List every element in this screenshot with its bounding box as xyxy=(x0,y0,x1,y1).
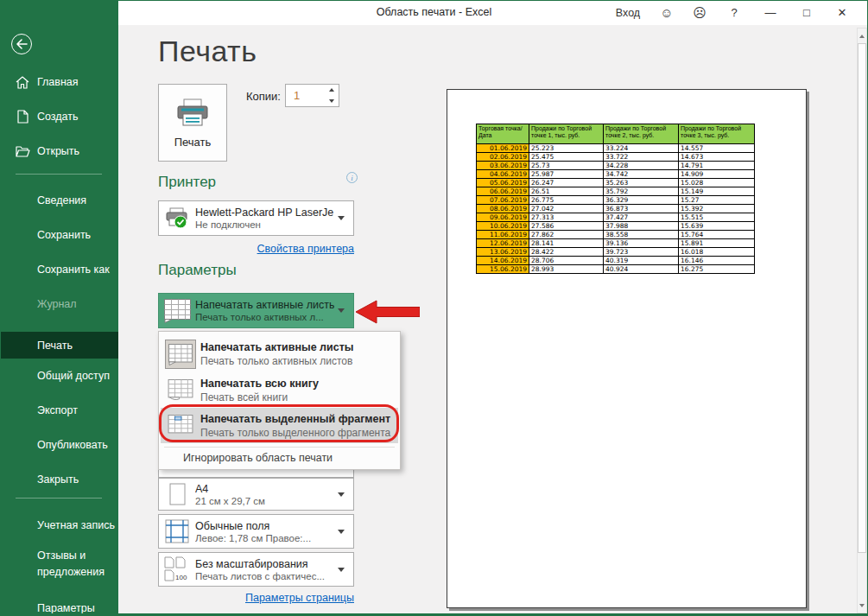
preview-value-cell: 27.042 xyxy=(529,205,604,213)
preview-value-cell: 35.263 xyxy=(604,179,679,187)
sidebar-item-options[interactable]: Параметры xyxy=(0,599,118,616)
maximize-icon[interactable]: □ xyxy=(789,0,825,25)
preview-date-cell: 10.06.2019 xyxy=(477,222,529,231)
printer-icon xyxy=(174,98,211,129)
preview-date-cell: 08.06.2019 xyxy=(477,205,529,213)
sign-in-button[interactable]: Вход xyxy=(605,0,650,25)
preview-header-row: Торговая точка/ Дата Продажи по Торговой… xyxy=(477,124,755,144)
preview-table-row: 05.06.2019 26.247 35.263 15.028 xyxy=(477,179,755,187)
sidebar-item-export[interactable]: Экспорт xyxy=(0,401,118,420)
preview-value-cell: 28.993 xyxy=(529,265,604,274)
scaling-dropdown[interactable]: 100 Без масштабирования Печать листов с … xyxy=(158,552,354,587)
feedback-smile-icon[interactable]: ☺ xyxy=(650,0,683,25)
preview-table-row: 08.06.2019 27.042 36.873 15.392 xyxy=(477,205,755,213)
preview-date-cell: 15.06.2019 xyxy=(477,265,529,274)
preview-table-row: 04.06.2019 25.987 34.742 14.909 xyxy=(477,170,755,179)
preview-value-cell: 15.891 xyxy=(679,239,755,248)
preview-value-cell: 39.723 xyxy=(604,248,679,257)
preview-table-row: 11.06.2019 27.862 38.558 15.764 xyxy=(477,231,755,239)
up-arrow-icon xyxy=(329,88,334,92)
sidebar-item-feedback[interactable]: Отзывы и предложения xyxy=(0,545,118,583)
backstage-sidebar: Главная Создать Открыть Сведения Сохрани… xyxy=(0,0,118,616)
preview-value-cell: 15.392 xyxy=(679,205,755,213)
sidebar-item-history[interactable]: Журнал xyxy=(0,295,118,314)
copies-increment-button[interactable] xyxy=(325,85,339,96)
titlebar: Область печати - Excel Вход ☺ ☹ ? — □ ✕ xyxy=(0,0,868,25)
scroll-down-button[interactable] xyxy=(858,599,866,612)
preview-header-cell: Продажи по Торговой точке 1, тыс. руб. xyxy=(529,124,604,144)
sidebar-item-home[interactable]: Главная xyxy=(0,73,118,92)
preview-date-cell: 06.06.2019 xyxy=(477,187,529,196)
preview-value-cell: 39.136 xyxy=(604,239,679,248)
chevron-down-icon xyxy=(338,492,345,497)
print-what-dropdown[interactable]: Напечатать активные листы Печать только … xyxy=(158,293,354,328)
preview-value-cell: 25.223 xyxy=(529,144,604,153)
preview-date-cell: 03.06.2019 xyxy=(477,162,529,170)
preview-date-cell: 02.06.2019 xyxy=(477,153,529,162)
preview-value-cell: 26.247 xyxy=(529,179,604,187)
copies-input[interactable] xyxy=(286,85,325,106)
preview-value-cell: 28.706 xyxy=(529,257,604,265)
active-sheets-icon xyxy=(159,299,195,323)
margins-dropdown[interactable]: Обычные поля Левое: 1,78 см Правое:... xyxy=(158,514,354,549)
sidebar-item-open[interactable]: Открыть xyxy=(0,142,118,161)
sidebar-item-print[interactable]: Печать xyxy=(0,332,118,359)
preview-value-cell: 14.557 xyxy=(679,144,755,153)
back-button[interactable] xyxy=(11,34,32,54)
preview-value-cell: 36.873 xyxy=(604,205,679,213)
preview-header-cell: Торговая точка/ Дата xyxy=(477,124,529,144)
preview-table-row: 01.06.2019 25.223 33.224 14.557 xyxy=(477,144,755,153)
menu-item-print-selection[interactable]: Напечатать выделенный фрагмент Печать то… xyxy=(161,408,398,443)
chevron-down-icon xyxy=(338,568,345,572)
preview-value-cell: 34.228 xyxy=(604,162,679,170)
preview-value-cell: 40.924 xyxy=(604,265,679,274)
preview-value-cell: 16.146 xyxy=(679,257,755,265)
scroll-up-button[interactable] xyxy=(858,29,866,42)
preview-value-cell: 26.775 xyxy=(529,196,604,205)
minimize-icon[interactable]: — xyxy=(752,0,789,25)
feedback-frown-icon[interactable]: ☹ xyxy=(683,0,716,25)
preview-table-row: 07.06.2019 26.775 36.329 15.27 xyxy=(477,196,755,205)
scrollbar-thumb[interactable] xyxy=(858,43,866,553)
sidebar-item-close[interactable]: Закрыть xyxy=(0,470,118,489)
close-icon[interactable]: ✕ xyxy=(825,0,859,25)
printer-properties-link[interactable]: Свойства принтера xyxy=(158,243,354,255)
help-icon[interactable]: ? xyxy=(716,0,752,25)
sidebar-item-save-as[interactable]: Сохранить как xyxy=(0,260,118,279)
menu-item-active-sheets[interactable]: Напечатать активные листы Печать только … xyxy=(161,336,398,372)
preview-scrollbar[interactable] xyxy=(857,28,867,613)
preview-value-cell: 28.422 xyxy=(529,248,604,257)
copies-decrement-button[interactable] xyxy=(325,96,339,107)
menu-item-entire-workbook[interactable]: Напечатать всю книгу Печать всей книги xyxy=(161,374,398,407)
printer-dropdown[interactable]: Hewlett-Packard HP LaserJe... Не подключ… xyxy=(158,200,354,236)
preview-date-cell: 04.06.2019 xyxy=(477,170,529,179)
preview-date-cell: 12.06.2019 xyxy=(477,239,529,248)
preview-value-cell: 16.275 xyxy=(679,265,755,274)
sidebar-divider xyxy=(16,498,102,499)
red-annotation-arrow xyxy=(356,300,420,324)
info-icon[interactable]: i xyxy=(346,172,358,183)
menu-item-ignore-print-area[interactable]: Игнорировать область печати xyxy=(183,452,333,464)
print-what-menu: Напечатать активные листы Печать только … xyxy=(158,331,401,470)
chevron-down-icon xyxy=(338,308,345,313)
preview-value-cell: 33.224 xyxy=(604,144,679,153)
chevron-down-icon xyxy=(338,216,345,220)
page-setup-link[interactable]: Параметры страницы xyxy=(158,592,354,604)
new-document-icon xyxy=(15,109,30,124)
back-arrow-icon xyxy=(16,39,28,49)
sidebar-item-save[interactable]: Сохранить xyxy=(0,225,118,244)
sidebar-item-new[interactable]: Создать xyxy=(0,107,118,126)
print-preview-page: Торговая точка/ Дата Продажи по Торговой… xyxy=(447,89,807,608)
preview-value-cell: 27.313 xyxy=(529,213,604,222)
paper-size-dropdown[interactable]: A4 21 см x 29,7 см xyxy=(158,478,354,511)
sidebar-item-publish[interactable]: Опубликовать xyxy=(0,435,118,454)
preview-value-cell: 37.427 xyxy=(604,213,679,222)
settings-section-heading: Параметры xyxy=(158,262,237,279)
sidebar-item-info[interactable]: Сведения xyxy=(0,191,118,210)
print-button[interactable]: Печать xyxy=(158,84,227,162)
sidebar-item-account[interactable]: Учетная запись xyxy=(0,516,118,535)
preview-value-cell: 15.515 xyxy=(679,213,755,222)
preview-date-cell: 11.06.2019 xyxy=(477,231,529,239)
sidebar-item-share[interactable]: Общий доступ xyxy=(0,366,118,385)
up-arrow-icon xyxy=(859,35,865,38)
